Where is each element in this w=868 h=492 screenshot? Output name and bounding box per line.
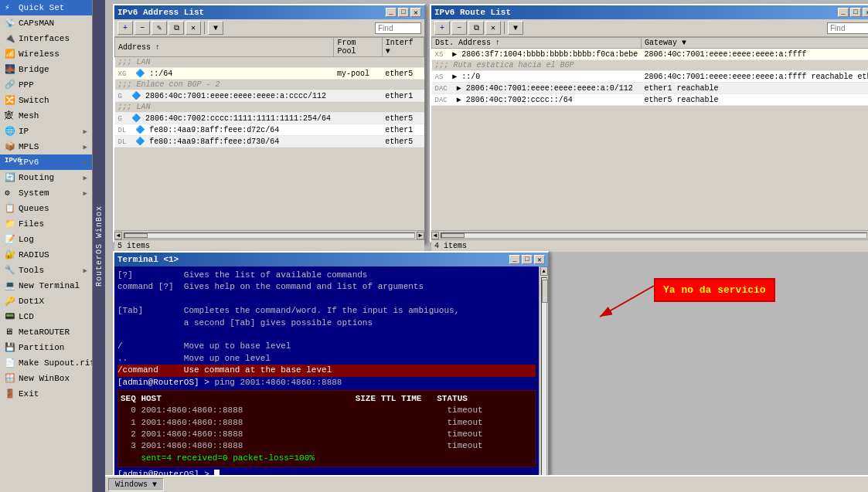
table-row[interactable]: DAC ▶ 2806:40c:7001:eeee:eeee:eeee:a:0/1… [432,83,869,94]
sidebar-item-bridge[interactable]: 🌉 Bridge [0,62,92,77]
sidebar-item-mpls[interactable]: 📦 MPLS ▶ [0,139,92,154]
ping-summary: sent=4 received=0 packet-loss=100% [121,453,533,464]
sidebar-item-new-terminal[interactable]: 💻 New Terminal [0,278,92,294]
sidebar-item-exit[interactable]: 🚪 Exit [0,386,92,402]
hscroll-track[interactable] [124,232,415,239]
sidebar-item-queues[interactable]: 📋 Queues [0,201,92,216]
hscroll-track[interactable] [441,232,867,239]
edit-address-btn[interactable]: ✎ [151,21,167,35]
sidebar-item-files[interactable]: 📁 Files [0,216,92,232]
table-row[interactable]: XG 🔷 ::/64 my-pool ether5 [115,68,424,80]
terminal-vscroll[interactable]: ▲ ▼ [539,266,548,487]
ipv6-address-close-btn[interactable]: ✕ [410,8,421,17]
terminal-minimize-btn[interactable]: _ [509,255,520,264]
terminal-titlebar[interactable]: Terminal <1> _ □ ✕ [114,253,548,266]
table-row[interactable]: G 🔷 2806:40c:7002:cccc:1111:1111:1111:25… [115,113,424,124]
add-route-btn[interactable]: + [434,21,450,35]
ipv6-address-hscroll[interactable]: ◀ ▶ [114,230,424,239]
interfaces-icon: 🔌 [5,33,15,44]
sidebar-item-new-winbox[interactable]: 🪟 New WinBox [0,371,92,386]
vscroll-up-btn[interactable]: ▲ [540,266,548,276]
sidebar-item-label: MetaROUTER [19,327,70,337]
sidebar-item-wireless[interactable]: 📶 Wireless [0,46,92,62]
col-gateway[interactable]: Gateway ▼ [641,38,868,49]
table-row: ;;; LAN [115,102,424,113]
sidebar-item-interfaces[interactable]: 🔌 Interfaces [0,31,92,46]
delete-route-btn[interactable]: ✕ [485,21,501,35]
sidebar-item-mesh[interactable]: 🕸 Mesh [0,108,92,124]
sidebar-item-ppp[interactable]: 🔗 PPP [0,77,92,93]
sidebar-item-dot1x[interactable]: 🔑 Dot1X [0,294,92,309]
ipv6-address-table: Address ↑ From Pool Interf ▼ ;;; LAN XG … [114,37,424,148]
sidebar-item-log[interactable]: 📝 Log [0,232,92,247]
col-address[interactable]: Address ↑ [115,38,334,57]
sidebar-item-ipv6[interactable]: IPv6 IPv6 ▶ [0,154,92,170]
copy-route-btn[interactable]: ⧉ [468,21,484,35]
files-icon: 📁 [5,219,15,229]
terminal-line-highlighted: /command Use command at the base level [117,365,536,376]
copy-address-btn[interactable]: ⧉ [168,21,184,35]
table-row[interactable]: AS ▶ ::/0 2806:40c:7001:eeee:eeee:eeee:a… [432,71,869,83]
remove-route-btn[interactable]: − [451,21,467,35]
ipv6-route-table: Dst. Address ↑ Gateway ▼ XS ▶ 2806:3f7:1… [431,37,868,106]
ipv6-route-titlebar[interactable]: IPv6 Route List _ □ ✕ [431,5,868,19]
sidebar-item-switch[interactable]: 🔀 Switch [0,93,92,108]
bridge-icon: 🌉 [5,64,15,75]
terminal-title: Terminal <1> [117,255,179,264]
sidebar-item-label: Interfaces [19,34,70,43]
ipv6-route-maximize-btn[interactable]: □ [850,8,861,17]
terminal-content[interactable]: [?] Gives the list of available commands… [114,266,539,487]
ipv6-route-table-container[interactable]: Dst. Address ↑ Gateway ▼ XS ▶ 2806:3f7:1… [431,37,868,230]
terminal-maximize-btn[interactable]: □ [522,255,533,264]
col-from-pool[interactable]: From Pool [334,38,382,57]
ipv6-address-maximize-btn[interactable]: □ [398,8,409,17]
ipv6-address-titlebar[interactable]: IPv6 Address List _ □ ✕ [114,5,424,19]
remove-address-btn[interactable]: − [134,21,150,35]
sidebar-item-label: Exit [19,389,39,399]
add-address-btn[interactable]: + [117,21,133,35]
col-dst[interactable]: Dst. Address ↑ [432,38,642,49]
table-row: ;;; Enlace con BGP - 2 [115,80,424,90]
table-row[interactable]: DL 🔷 fe80::4aa9:8aff:feee:d730/64 ether5 [115,136,424,148]
ppp-icon: 🔗 [5,80,15,90]
sidebar-item-partition[interactable]: 💾 Partition [0,340,92,355]
delete-address-btn[interactable]: ✕ [186,21,201,35]
ipv6-address-table-container[interactable]: Address ↑ From Pool Interf ▼ ;;; LAN XG … [114,37,424,230]
sidebar-item-label: Log [19,235,34,244]
ipv6-route-close-btn[interactable]: ✕ [863,8,868,17]
sidebar-item-ip[interactable]: 🌐 IP ▶ [0,124,92,139]
filter-address-btn[interactable]: ▼ [208,21,223,35]
sidebar-item-routing[interactable]: 🔄 Routing ▶ [0,170,92,185]
sidebar-item-capsman[interactable]: 📡 CAPsMAN [0,15,92,31]
sidebar-item-label: Wireless [19,49,60,59]
find-route-input[interactable] [827,22,868,34]
terminal-close-btn[interactable]: ✕ [534,255,545,264]
terminal-controls: _ □ ✕ [509,255,545,264]
taskbar-windows-btn[interactable]: Windows ▼ [108,478,164,491]
col-interface[interactable]: Interf ▼ [382,38,424,57]
sidebar-item-label: Files [19,219,44,229]
table-row[interactable]: DAC ▶ 2806:40c:7002:cccc::/64 ether5 rea… [432,94,869,106]
vscroll-thumb[interactable] [542,280,548,303]
sidebar-item-tools[interactable]: 🔧 Tools ▶ [0,263,92,278]
ipv6-address-minimize-btn[interactable]: _ [386,8,397,17]
find-address-input[interactable] [375,22,421,34]
table-row[interactable]: XS ▶ 2806:3f7:1004:bbbb:bbbb:bbbb:f0ca:b… [432,49,869,60]
mpls-arrow: ▶ [83,143,87,151]
ipv6-arrow: ▶ [83,158,87,167]
table-row[interactable]: DL 🔷 fe80::4aa9:8aff:feee:d72c/64 ether1 [115,124,424,136]
sidebar-item-lcd[interactable]: 📟 LCD [0,309,92,324]
ipv6-route-hscroll[interactable]: ◀ ▶ [431,230,868,239]
sidebar-item-quick-set[interactable]: ⚡ Quick Set [0,0,92,15]
sidebar-item-system[interactable]: ⚙ System ▶ [0,185,92,201]
filter-route-btn[interactable]: ▼ [508,21,523,35]
table-row[interactable]: G 🔷 2806:40c:7001:eeee:eeee:eeee:a:cccc/… [115,90,424,102]
sidebar-item-make-supout[interactable]: 📄 Make Supout.rif [0,355,92,371]
ping-header: SEQ HOST SIZE TTL TIME STATUS [121,393,533,405]
sidebar: ⚡ Quick Set 📡 CAPsMAN 🔌 Interfaces 📶 Wir… [0,0,93,492]
vscroll-track[interactable] [541,277,547,477]
sidebar-item-metarouter[interactable]: 🖥 MetaROUTER [0,324,92,340]
ping-command-line: [admin@RouterOS] > ping 2001:4860:4860::… [117,377,536,389]
ipv6-route-minimize-btn[interactable]: _ [838,8,849,17]
sidebar-item-radius[interactable]: 🔐 RADIUS [0,247,92,263]
